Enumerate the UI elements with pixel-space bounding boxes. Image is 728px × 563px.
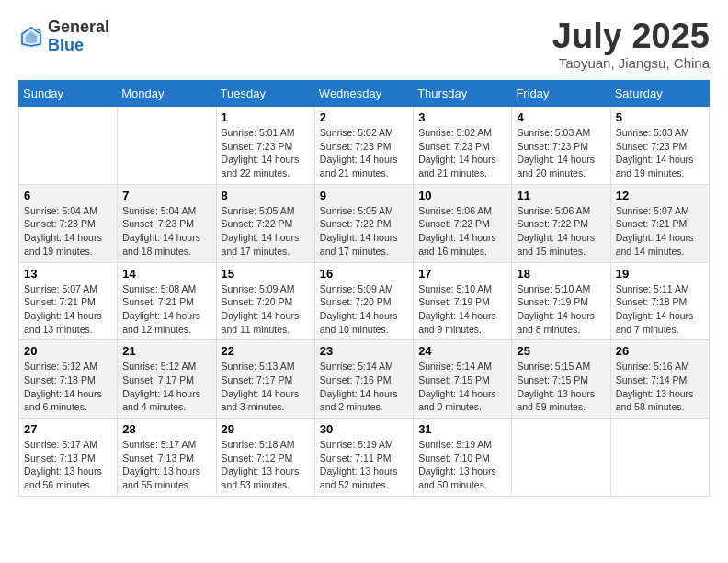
day-number: 11: [517, 189, 605, 202]
calendar-cell: 4Sunrise: 5:03 AMSunset: 7:23 PMDaylight…: [512, 107, 610, 185]
month-title: July 2025: [552, 18, 710, 53]
day-number: 26: [616, 344, 704, 358]
logo-blue-text: Blue: [48, 37, 109, 55]
calendar-cell: 31Sunrise: 5:19 AMSunset: 7:10 PMDayligh…: [414, 419, 512, 497]
logo-text: General Blue: [48, 18, 109, 55]
day-info: Sunrise: 5:14 AMSunset: 7:15 PMDaylight:…: [418, 360, 506, 414]
page-header: General Blue July 2025 Taoyuan, Jiangsu,…: [18, 18, 710, 71]
day-number: 1: [222, 110, 310, 124]
day-number: 7: [122, 189, 210, 202]
calendar-cell: 20Sunrise: 5:12 AMSunset: 7:18 PMDayligh…: [19, 340, 118, 419]
day-number: 27: [24, 422, 112, 436]
day-info: Sunrise: 5:04 AMSunset: 7:23 PMDaylight:…: [122, 204, 210, 259]
calendar-week-row: 27Sunrise: 5:17 AMSunset: 7:13 PMDayligh…: [19, 419, 710, 497]
calendar-cell: 27Sunrise: 5:17 AMSunset: 7:13 PMDayligh…: [19, 419, 118, 497]
day-info: Sunrise: 5:12 AMSunset: 7:17 PMDaylight:…: [122, 360, 210, 414]
calendar-cell: 2Sunrise: 5:02 AMSunset: 7:23 PMDaylight…: [314, 107, 413, 185]
day-number: 24: [418, 344, 506, 358]
weekday-header-saturday: Saturday: [610, 81, 709, 107]
calendar-cell: 21Sunrise: 5:12 AMSunset: 7:17 PMDayligh…: [118, 340, 216, 419]
logo-general-text: General: [48, 18, 109, 37]
day-info: Sunrise: 5:19 AMSunset: 7:10 PMDaylight:…: [418, 438, 506, 492]
calendar-cell: [19, 107, 118, 185]
day-info: Sunrise: 5:17 AMSunset: 7:13 PMDaylight:…: [24, 438, 112, 492]
day-info: Sunrise: 5:09 AMSunset: 7:20 PMDaylight:…: [320, 282, 408, 337]
weekday-header-sunday: Sunday: [19, 81, 118, 107]
calendar-week-row: 1Sunrise: 5:01 AMSunset: 7:23 PMDaylight…: [19, 107, 710, 185]
calendar-cell: 6Sunrise: 5:04 AMSunset: 7:23 PMDaylight…: [19, 184, 118, 262]
weekday-header-wednesday: Wednesday: [314, 81, 413, 107]
day-info: Sunrise: 5:08 AMSunset: 7:21 PMDaylight:…: [122, 282, 210, 337]
day-number: 6: [24, 189, 112, 202]
day-number: 8: [222, 189, 310, 202]
day-number: 15: [222, 267, 310, 281]
day-info: Sunrise: 5:19 AMSunset: 7:11 PMDaylight:…: [320, 438, 408, 492]
calendar-cell: 30Sunrise: 5:19 AMSunset: 7:11 PMDayligh…: [314, 419, 413, 497]
day-info: Sunrise: 5:02 AMSunset: 7:23 PMDaylight:…: [418, 126, 506, 180]
calendar-cell: 28Sunrise: 5:17 AMSunset: 7:13 PMDayligh…: [118, 419, 216, 497]
day-info: Sunrise: 5:15 AMSunset: 7:15 PMDaylight:…: [517, 360, 605, 414]
day-number: 18: [517, 267, 605, 281]
calendar-cell: 16Sunrise: 5:09 AMSunset: 7:20 PMDayligh…: [314, 262, 413, 340]
calendar-cell: 24Sunrise: 5:14 AMSunset: 7:15 PMDayligh…: [414, 340, 512, 419]
day-number: 23: [320, 344, 408, 358]
calendar-cell: 19Sunrise: 5:11 AMSunset: 7:18 PMDayligh…: [610, 262, 709, 340]
day-number: 10: [418, 189, 506, 202]
weekday-header-row: SundayMondayTuesdayWednesdayThursdayFrid…: [19, 81, 710, 107]
calendar-cell: 10Sunrise: 5:06 AMSunset: 7:22 PMDayligh…: [414, 184, 512, 262]
day-number: 17: [418, 267, 506, 281]
day-number: 21: [122, 344, 210, 358]
day-number: 13: [24, 267, 112, 281]
day-info: Sunrise: 5:06 AMSunset: 7:22 PMDaylight:…: [418, 204, 506, 259]
logo: General Blue: [18, 18, 109, 55]
day-number: 4: [517, 110, 605, 124]
calendar-cell: 25Sunrise: 5:15 AMSunset: 7:15 PMDayligh…: [512, 340, 610, 419]
weekday-header-friday: Friday: [512, 81, 610, 107]
day-number: 29: [222, 422, 310, 436]
calendar-table: SundayMondayTuesdayWednesdayThursdayFrid…: [18, 80, 710, 497]
day-number: 20: [24, 344, 112, 358]
day-info: Sunrise: 5:03 AMSunset: 7:23 PMDaylight:…: [517, 126, 605, 180]
day-number: 22: [222, 344, 310, 358]
calendar-week-row: 13Sunrise: 5:07 AMSunset: 7:21 PMDayligh…: [19, 262, 710, 340]
day-number: 9: [320, 189, 408, 202]
day-number: 19: [616, 267, 704, 281]
day-info: Sunrise: 5:16 AMSunset: 7:14 PMDaylight:…: [616, 360, 704, 414]
logo-icon: [18, 24, 44, 50]
day-info: Sunrise: 5:04 AMSunset: 7:23 PMDaylight:…: [24, 204, 112, 259]
day-info: Sunrise: 5:02 AMSunset: 7:23 PMDaylight:…: [320, 126, 408, 180]
day-info: Sunrise: 5:07 AMSunset: 7:21 PMDaylight:…: [616, 204, 704, 259]
day-number: 3: [418, 110, 506, 124]
weekday-header-thursday: Thursday: [414, 81, 512, 107]
calendar-cell: [512, 419, 610, 497]
day-info: Sunrise: 5:10 AMSunset: 7:19 PMDaylight:…: [418, 282, 506, 337]
day-info: Sunrise: 5:13 AMSunset: 7:17 PMDaylight:…: [222, 360, 310, 414]
weekday-header-tuesday: Tuesday: [216, 81, 314, 107]
calendar-week-row: 6Sunrise: 5:04 AMSunset: 7:23 PMDaylight…: [19, 184, 710, 262]
day-info: Sunrise: 5:10 AMSunset: 7:19 PMDaylight:…: [517, 282, 605, 337]
day-number: 28: [122, 422, 210, 436]
day-number: 5: [616, 110, 704, 124]
day-number: 16: [320, 267, 408, 281]
calendar-cell: 29Sunrise: 5:18 AMSunset: 7:12 PMDayligh…: [216, 419, 314, 497]
calendar-cell: 7Sunrise: 5:04 AMSunset: 7:23 PMDaylight…: [118, 184, 216, 262]
calendar-cell: 26Sunrise: 5:16 AMSunset: 7:14 PMDayligh…: [610, 340, 709, 419]
day-number: 2: [320, 110, 408, 124]
calendar-cell: 14Sunrise: 5:08 AMSunset: 7:21 PMDayligh…: [118, 262, 216, 340]
day-info: Sunrise: 5:12 AMSunset: 7:18 PMDaylight:…: [24, 360, 112, 414]
day-info: Sunrise: 5:07 AMSunset: 7:21 PMDaylight:…: [24, 282, 112, 337]
day-number: 12: [616, 189, 704, 202]
calendar-cell: 5Sunrise: 5:03 AMSunset: 7:23 PMDaylight…: [610, 107, 709, 185]
title-area: July 2025 Taoyuan, Jiangsu, China: [552, 18, 710, 71]
day-info: Sunrise: 5:01 AMSunset: 7:23 PMDaylight:…: [222, 126, 310, 180]
day-number: 31: [418, 422, 506, 436]
calendar-cell: 17Sunrise: 5:10 AMSunset: 7:19 PMDayligh…: [414, 262, 512, 340]
calendar-cell: 13Sunrise: 5:07 AMSunset: 7:21 PMDayligh…: [19, 262, 118, 340]
day-info: Sunrise: 5:03 AMSunset: 7:23 PMDaylight:…: [616, 126, 704, 180]
calendar-cell: 3Sunrise: 5:02 AMSunset: 7:23 PMDaylight…: [414, 107, 512, 185]
calendar-cell: 8Sunrise: 5:05 AMSunset: 7:22 PMDaylight…: [216, 184, 314, 262]
location-text: Taoyuan, Jiangsu, China: [552, 55, 710, 71]
weekday-header-monday: Monday: [118, 81, 216, 107]
calendar-cell: 22Sunrise: 5:13 AMSunset: 7:17 PMDayligh…: [216, 340, 314, 419]
day-info: Sunrise: 5:05 AMSunset: 7:22 PMDaylight:…: [320, 204, 408, 259]
